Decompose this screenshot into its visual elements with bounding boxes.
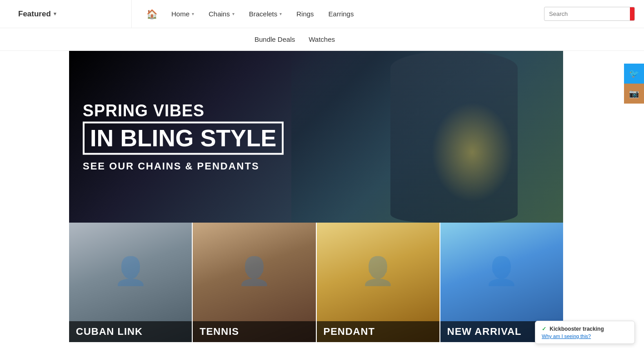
- featured-section: Featured ▾: [0, 0, 132, 28]
- nav-chains-label: Chains: [209, 10, 230, 18]
- hero-text-area: SPRING VIBES IN BLING STYLE SEE OUR CHAI…: [83, 102, 284, 172]
- card-3-label: PENDANT: [324, 326, 433, 338]
- kickbooster-subtitle[interactable]: Why am I seeing this?: [542, 333, 628, 339]
- hero-line2: IN BLING STYLE: [83, 121, 284, 154]
- nav-earrings-label: Earrings: [329, 10, 354, 18]
- search-section: 🔍: [544, 7, 635, 21]
- hero-line3: SEE OUR CHAINS & PENDANTS: [83, 160, 284, 172]
- home-icon: 🏠: [146, 9, 158, 20]
- search-button[interactable]: 🔍: [630, 7, 635, 20]
- product-card-cuban-link[interactable]: 👤 CUBAN LINK: [69, 223, 193, 342]
- main-header: Featured ▾ 🏠 Home ▾ Chains ▾ Bracelets ▾…: [0, 0, 644, 28]
- card-1-label: CUBAN LINK: [76, 326, 185, 338]
- chain-glow: [431, 102, 513, 202]
- kickbooster-widget: ✓ Kickbooster tracking Why am I seeing t…: [535, 321, 635, 342]
- search-input[interactable]: [544, 8, 630, 20]
- social-sidebar: 🐦 📷: [624, 64, 644, 104]
- nav-item-bracelets[interactable]: Bracelets ▾: [243, 7, 289, 20]
- nav-item-earrings[interactable]: Earrings: [322, 7, 360, 20]
- card-2-label-bar: TENNIS: [193, 321, 315, 342]
- main-nav: 🏠 Home ▾ Chains ▾ Bracelets ▾ Rings Earr…: [132, 6, 544, 22]
- search-icon: 🔍: [634, 10, 635, 17]
- card-1-label-bar: CUBAN LINK: [69, 321, 192, 342]
- nav-home-chevron-icon: ▾: [192, 11, 194, 16]
- nav-item-rings[interactable]: Rings: [290, 7, 320, 20]
- instagram-button[interactable]: 📷: [624, 84, 644, 104]
- product-card-pendant[interactable]: 👤 PENDANT: [317, 223, 440, 342]
- twitter-button[interactable]: 🐦: [624, 64, 644, 84]
- nav-rings-label: Rings: [296, 10, 314, 18]
- nav-home-label: Home: [171, 10, 190, 18]
- search-box: 🔍: [544, 7, 635, 21]
- kickbooster-title: ✓ Kickbooster tracking: [542, 326, 628, 332]
- nav-item-chains[interactable]: Chains ▾: [202, 7, 241, 20]
- sub-nav-bundle-deals[interactable]: Bundle Deals: [255, 35, 295, 43]
- nav-chains-chevron-icon: ▾: [232, 11, 235, 16]
- nav-item-home[interactable]: Home ▾: [165, 7, 200, 20]
- home-icon-btn[interactable]: 🏠: [141, 6, 163, 22]
- nav-bracelets-label: Bracelets: [249, 10, 278, 18]
- product-grid: 👤 CUBAN LINK 👤 TENNIS 👤 PENDANT 👤 NEW AR…: [69, 223, 563, 342]
- card-4-person-icon: 👤: [440, 223, 563, 319]
- card-3-label-bar: PENDANT: [317, 321, 439, 342]
- hero-line1: SPRING VIBES: [83, 102, 284, 120]
- kickbooster-check-icon: ✓: [542, 326, 546, 332]
- product-card-tennis[interactable]: 👤 TENNIS: [193, 223, 316, 342]
- hero-banner[interactable]: SPRING VIBES IN BLING STYLE SEE OUR CHAI…: [69, 51, 563, 223]
- twitter-icon: 🐦: [629, 69, 639, 79]
- card-2-person-icon: 👤: [193, 223, 315, 319]
- sub-nav-watches[interactable]: Watches: [309, 35, 335, 43]
- nav-bracelets-chevron-icon: ▾: [280, 11, 282, 16]
- sub-header: Bundle Deals Watches: [0, 28, 644, 51]
- featured-label-text: Featured: [18, 10, 51, 19]
- featured-menu[interactable]: Featured ▾: [18, 10, 56, 19]
- instagram-icon: 📷: [629, 89, 639, 99]
- featured-chevron-icon: ▾: [54, 11, 56, 17]
- card-2-label: TENNIS: [200, 326, 309, 338]
- card-1-person-icon: 👤: [69, 223, 192, 319]
- card-3-person-icon: 👤: [317, 223, 439, 319]
